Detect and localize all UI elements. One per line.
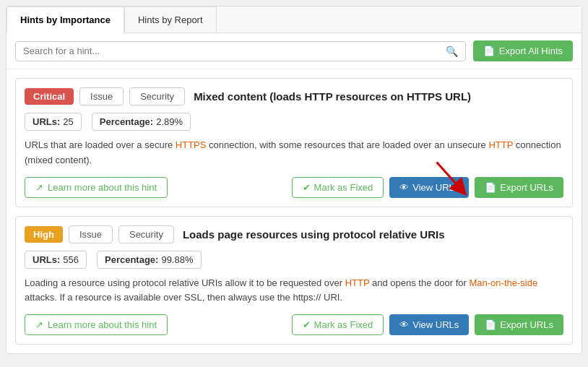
category-tag-2: Security — [118, 225, 174, 243]
learn-more-button-2[interactable]: ↗ Learn more about this hint — [25, 314, 168, 335]
urls-meta: URLs:25 — [25, 113, 82, 131]
search-box: 🔍 — [15, 41, 466, 61]
action-buttons: ✔ Mark as Fixed 👁 View URLs 📄 Export URL… — [292, 177, 563, 198]
eye-icon: 👁 — [399, 182, 409, 193]
urls-label-2: URLs: — [33, 254, 60, 265]
hint-card-protocol-relative: High Issue Security Loads page resources… — [7, 216, 581, 345]
https-text: HTTPS — [176, 139, 207, 150]
severity-badge: Critical — [25, 88, 74, 105]
mark-fixed-button-2[interactable]: ✔ Mark as Fixed — [292, 314, 384, 335]
hint-title-2: Loads page resources using protocol rela… — [183, 228, 445, 241]
severity-badge-2: High — [25, 226, 63, 243]
hint-header-2: High Issue Security Loads page resources… — [25, 225, 563, 243]
search-input[interactable] — [23, 46, 446, 56]
action-buttons-2: ✔ Mark as Fixed 👁 View URLs 📄 Export URL… — [292, 314, 563, 335]
type-tag: Issue — [79, 87, 124, 105]
tab-hints-by-importance[interactable]: Hints by Importance — [7, 7, 124, 33]
export-all-icon: 📄 — [483, 46, 495, 56]
tab-hints-by-report[interactable]: Hints by Report — [124, 7, 217, 33]
urls-meta-2: URLs:556 — [25, 251, 87, 269]
learn-icon: ↗ — [35, 182, 43, 193]
search-row: 🔍 📄 Export All Hints — [7, 33, 581, 69]
hint-description: URLs that are loaded over a secure HTTPS… — [25, 138, 563, 168]
hint-actions-2: ↗ Learn more about this hint ✔ Mark as F… — [25, 314, 563, 335]
urls-label: URLs: — [33, 116, 60, 127]
view-urls-button[interactable]: 👁 View URLs — [389, 177, 469, 198]
hint-meta-2: URLs:556 Percentage:99.88% — [25, 251, 563, 269]
hint-header: Critical Issue Security Mixed content (l… — [25, 87, 563, 105]
percentage-label: Percentage: — [100, 116, 153, 127]
mark-fixed-button[interactable]: ✔ Mark as Fixed — [292, 177, 384, 198]
percentage-meta: Percentage:2.89% — [92, 113, 191, 131]
hint-meta: URLs:25 Percentage:2.89% — [25, 113, 563, 131]
export-urls-button-2[interactable]: 📄 Export URLs — [475, 314, 563, 335]
learn-icon-2: ↗ — [35, 319, 43, 330]
percentage-value-2: 99.88% — [161, 254, 193, 265]
check-icon: ✔ — [303, 182, 311, 193]
check-icon-2: ✔ — [303, 319, 311, 330]
urls-value-2: 556 — [63, 254, 79, 265]
http-text-2: HTTP — [345, 277, 370, 288]
view-urls-button-2[interactable]: 👁 View URLs — [389, 314, 469, 335]
type-tag-2: Issue — [69, 225, 113, 243]
search-icon: 🔍 — [446, 46, 458, 57]
percentage-label-2: Percentage: — [105, 254, 158, 265]
man-text: Man-on-the-side — [469, 277, 537, 288]
percentage-meta-2: Percentage:99.88% — [97, 251, 202, 269]
category-tag: Security — [129, 87, 185, 105]
export-urls-button[interactable]: 📄 Export URLs — [475, 177, 563, 198]
doc-icon: 📄 — [485, 182, 496, 193]
learn-more-button[interactable]: ↗ Learn more about this hint — [25, 177, 168, 198]
tabs-bar: Hints by Importance Hints by Report — [7, 7, 581, 33]
hint-card-mixed-content: Critical Issue Security Mixed content (l… — [7, 78, 581, 207]
hint-title: Mixed content (loads HTTP resources on H… — [194, 90, 471, 103]
export-all-button[interactable]: 📄 Export All Hints — [473, 40, 573, 61]
hint-actions: ↗ Learn more about this hint ✔ Mark as F… — [25, 177, 563, 198]
percentage-value: 2.89% — [156, 116, 183, 127]
main-container: Hints by Importance Hints by Report 🔍 📄 … — [6, 6, 582, 354]
eye-icon-2: 👁 — [399, 319, 409, 330]
hint-description-2: Loading a resource using protocol relati… — [25, 276, 563, 306]
urls-value: 25 — [63, 116, 73, 127]
doc-icon-2: 📄 — [485, 319, 496, 330]
http-text: HTTP — [488, 139, 513, 150]
